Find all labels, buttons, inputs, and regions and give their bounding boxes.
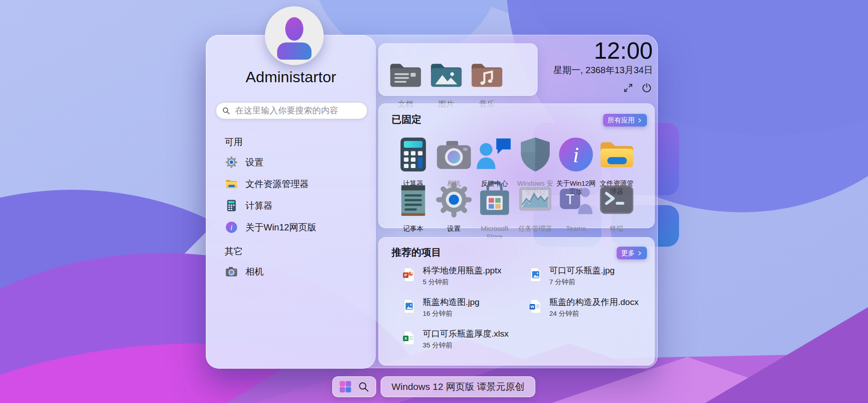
menu-item[interactable]: 计算器 — [225, 195, 360, 216]
pinned-apps-grid: 计算器 相机 反馈中心 Windows 安全中心 i 关于Win12网页版 文件… — [393, 132, 637, 222]
quick-folder[interactable]: 文档 — [385, 44, 426, 95]
search-icon — [222, 106, 231, 115]
info-icon: i — [556, 132, 596, 177]
pinned-app[interactable]: T Teams — [556, 177, 596, 222]
more-label: 更多 — [621, 249, 635, 258]
pinned-app-label: Teams — [556, 225, 596, 233]
file-explorer-icon — [596, 132, 637, 177]
menu-item[interactable]: i 关于Win12网页版 — [225, 216, 360, 238]
pinned-app-label: 记事本 — [393, 225, 434, 233]
word-file-icon: W — [528, 296, 543, 316]
menu-item[interactable]: 相机 — [225, 261, 360, 282]
avatar-body-shape — [277, 42, 311, 60]
recommended-item-time: 24 分钟前 — [549, 309, 638, 318]
svg-text:i: i — [573, 143, 579, 167]
svg-text:P: P — [404, 273, 407, 277]
recommended-item-name: 瓶盖的构造及作用.docx — [549, 296, 638, 308]
task-manager-icon — [515, 177, 556, 222]
recommended-item-time: 16 分钟前 — [423, 309, 480, 318]
taskbar-brand-text: Windows 12 网页版 谭景元原创 — [392, 380, 524, 393]
svg-text:X: X — [404, 336, 407, 341]
recommended-item-name: 科学地使用瓶盖.pptx — [423, 265, 501, 276]
quick-folder[interactable]: 音乐 — [467, 44, 507, 95]
file-explorer-icon — [225, 177, 238, 191]
pinned-app[interactable]: i 关于Win12网页版 — [556, 132, 596, 177]
menu-section-header: 其它 — [225, 245, 360, 258]
menu-item-label: 文件资源管理器 — [245, 178, 309, 190]
teams-icon: T — [556, 177, 596, 222]
recommended-title: 推荐的项目 — [392, 246, 441, 259]
recommended-item[interactable]: 瓶盖构造图.jpg 16 分钟前 — [401, 296, 528, 328]
chevron-right-icon — [637, 250, 642, 256]
menu-item-label: 关于Win12网页版 — [245, 221, 316, 234]
pinned-app[interactable]: 文件资源管理器 — [596, 132, 637, 177]
clock-date: 星期一, 2368年13月34日 — [553, 64, 653, 76]
recommended-item[interactable]: P 科学地使用瓶盖.pptx 5 分钟前 — [401, 265, 528, 296]
expand-icon[interactable] — [622, 82, 634, 94]
user-name: Administartor — [207, 68, 375, 86]
settings-icon — [225, 155, 238, 169]
pinned-app[interactable]: 反馈中心 — [474, 132, 515, 177]
svg-text:T: T — [566, 191, 574, 207]
avatar-head-shape — [285, 17, 303, 41]
quick-folder[interactable]: 图片 — [426, 44, 467, 95]
pinned-app[interactable]: Windows 安全中心 — [515, 132, 556, 177]
windows-start-button[interactable] — [339, 380, 352, 394]
camera-icon — [225, 265, 238, 278]
desktop: Administartor 可用 设置 文件资源管理器 计算器 i 关于Win1… — [0, 0, 868, 403]
recommended-item-time: 5 分钟前 — [423, 278, 501, 286]
recommended-item-time: 35 分钟前 — [423, 341, 509, 350]
info-icon: i — [225, 220, 238, 234]
folder-music-icon — [467, 55, 507, 95]
recommended-item-name: 可口可乐瓶盖厚度.xlsx — [423, 328, 509, 340]
pinned-app[interactable]: 终端 — [596, 177, 637, 222]
recommended-item[interactable]: 可口可乐瓶盖.jpg 7 分钟前 — [528, 265, 655, 296]
menu-item-label: 相机 — [245, 266, 264, 278]
all-apps-button[interactable]: 所有应用 — [603, 114, 647, 127]
image-file-icon — [401, 296, 417, 316]
pinned-panel: 已固定 所有应用 计算器 相机 反馈中心 Windows 安全中心 i 关于Wi… — [378, 103, 655, 228]
pinned-app-label: 设置 — [434, 225, 474, 233]
avatar[interactable] — [265, 6, 324, 65]
recommended-item[interactable]: X 可口可乐瓶盖厚度.xlsx 35 分钟前 — [401, 328, 528, 360]
svg-text:W: W — [530, 305, 534, 309]
menu-item-label: 计算器 — [245, 200, 273, 212]
recommended-panel: 推荐的项目 更多 P 科学地使用瓶盖.pptx 5 分钟前 可口可乐瓶盖.jpg… — [378, 237, 655, 366]
terminal-icon — [596, 177, 637, 222]
pinned-app-label: 终端 — [596, 225, 637, 233]
calculator-icon — [225, 199, 238, 212]
pinned-app[interactable]: Microsoft Store — [474, 177, 515, 222]
feedback-hub-icon — [474, 132, 515, 177]
camera-icon — [434, 132, 474, 177]
start-menu: Administartor 可用 设置 文件资源管理器 计算器 i 关于Win1… — [206, 35, 658, 368]
taskbar-left-group — [332, 376, 376, 397]
ppt-file-icon: P — [401, 265, 417, 285]
recommended-item-name: 可口可乐瓶盖.jpg — [549, 265, 615, 276]
menu-item-label: 设置 — [245, 156, 264, 169]
chevron-right-icon — [637, 117, 642, 123]
svg-text:i: i — [231, 224, 233, 232]
search-input[interactable] — [234, 105, 362, 116]
recommended-item[interactable]: W 瓶盖的构造及作用.docx 24 分钟前 — [528, 296, 655, 328]
taskbar-search-button[interactable] — [357, 380, 370, 393]
pinned-app[interactable]: 相机 — [434, 132, 474, 177]
pinned-app[interactable]: 记事本 — [393, 177, 434, 222]
image-file-icon — [528, 265, 543, 285]
clock-block: 12:00 星期一, 2368年13月34日 — [553, 38, 653, 94]
left-menu: 可用 设置 文件资源管理器 计算器 i 关于Win12网页版 其它 相机 — [225, 136, 360, 282]
recommended-item-name: 瓶盖构造图.jpg — [423, 296, 480, 308]
excel-file-icon: X — [401, 328, 417, 348]
clock-time: 12:00 — [553, 38, 653, 63]
taskbar-brand-pill: Windows 12 网页版 谭景元原创 — [381, 376, 535, 397]
more-button[interactable]: 更多 — [617, 247, 647, 259]
folder-documents-icon — [385, 55, 426, 95]
menu-section-header: 可用 — [225, 136, 360, 149]
pinned-app[interactable]: 任务管理器 — [515, 177, 556, 222]
menu-item[interactable]: 设置 — [225, 151, 360, 173]
menu-item[interactable]: 文件资源管理器 — [225, 173, 360, 195]
pinned-app[interactable]: 设置 — [434, 177, 474, 222]
search-box[interactable] — [216, 102, 368, 119]
quick-folders-panel: 文档 图片 音乐 — [378, 43, 538, 96]
pinned-app[interactable]: 计算器 — [393, 132, 434, 177]
power-icon[interactable] — [641, 82, 653, 94]
